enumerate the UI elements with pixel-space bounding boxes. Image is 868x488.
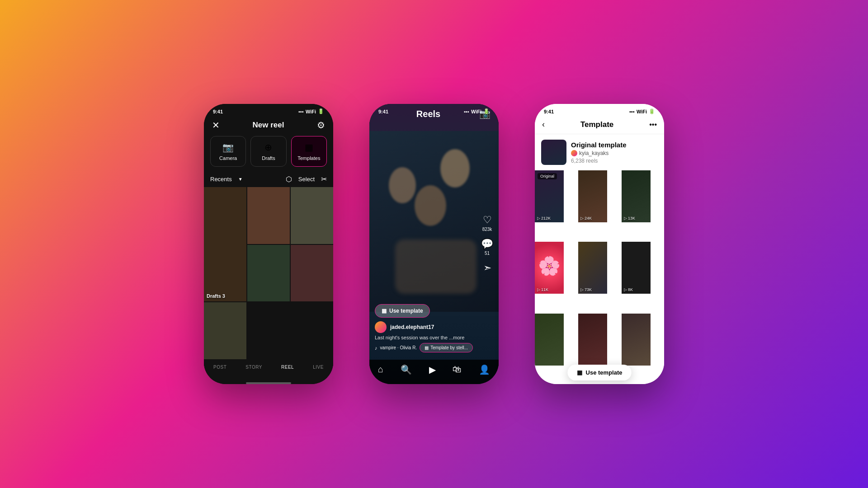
comment-action[interactable]: 💬 51	[481, 238, 493, 256]
photo-cell-6[interactable]	[204, 302, 246, 359]
username[interactable]: jaded.elephant17	[390, 324, 434, 330]
reels-nav-icon[interactable]: ▶	[429, 364, 436, 375]
recents-chevron: ▼	[238, 177, 243, 182]
new-reel-header: ✕ New reel ⚙	[204, 116, 333, 136]
like-action[interactable]: ♡ 823k	[481, 214, 493, 232]
template-username[interactable]: kyia_kayaks	[579, 150, 609, 156]
creation-tabs: 📷 Camera ⊕ Drafts ▦ Templates	[204, 136, 333, 173]
template-cell-3[interactable]: ▷ 13K	[622, 170, 651, 222]
multi-select-icon[interactable]: ⬡	[286, 175, 292, 183]
template-pill-text: Template by stell...	[430, 345, 468, 350]
template-icon: ▦	[382, 308, 387, 314]
template-page-title: Template	[580, 120, 613, 129]
photo-cell-1[interactable]: Drafts 3	[204, 187, 246, 301]
template-metadata: Original template kyia_kayaks 6,238 reel…	[571, 141, 627, 164]
page-title: New reel	[253, 121, 284, 130]
cell-stats-4: ▷ 11K	[537, 287, 548, 292]
template-grid: Original ▷ 212K ▷ 24K ▷ 13K ▷ 11K	[535, 170, 664, 384]
template-cell-8[interactable]	[578, 314, 607, 366]
template-cell-2[interactable]: ▷ 24K	[578, 170, 607, 222]
shop-nav-icon[interactable]: 🛍	[453, 364, 462, 375]
status-time-1: 9:41	[213, 109, 223, 114]
video-actions: ♡ 823k 💬 51 ➣	[481, 214, 493, 274]
original-badge: Original	[538, 173, 557, 179]
template-name: Original template	[571, 141, 627, 149]
template-header: ‹ Template •••	[535, 116, 664, 134]
status-bar-2: 9:41 ▪▪▪ WiFi 🔋	[369, 104, 499, 116]
drafts-label: Drafts 3	[207, 293, 225, 299]
template-cell-original[interactable]: Original ▷ 212K	[535, 170, 564, 222]
bottom-nav-2: ⌂ 🔍 ▶ 🛍 👤	[369, 360, 499, 384]
templates-icon: ▦	[305, 142, 313, 153]
template-pill-icon: ▦	[425, 345, 429, 350]
share-action[interactable]: ➣	[481, 262, 493, 274]
select-button[interactable]: Select	[298, 176, 315, 183]
video-content	[369, 131, 499, 312]
photo-cell-4[interactable]	[247, 245, 290, 302]
reels-count: 6,238 reels	[571, 158, 627, 164]
close-icon[interactable]: ✕	[212, 120, 220, 131]
photo-cell-2[interactable]	[247, 187, 290, 244]
drafts-icon: ⊕	[264, 142, 272, 153]
template-cell-4[interactable]: ▷ 11K 🌸	[535, 242, 564, 294]
camera-tab[interactable]: 📷 Camera	[210, 136, 246, 167]
template-thumbnail	[541, 140, 566, 165]
drafts-tab-label: Drafts	[262, 155, 275, 161]
camera-tab-label: Camera	[219, 155, 237, 161]
photo-cell-5[interactable]	[291, 245, 333, 302]
use-template-button[interactable]: ▦ Use template	[375, 304, 430, 318]
photo-grid: Drafts 3	[204, 187, 333, 359]
trim-icon[interactable]: ✂	[321, 175, 327, 183]
template-user-row: kyia_kayaks	[571, 150, 627, 156]
more-options-icon[interactable]: •••	[649, 121, 657, 129]
drafts-tab[interactable]: ⊕ Drafts	[250, 136, 286, 167]
nav-live[interactable]: LIVE	[313, 365, 324, 370]
video-info: ▦ Use template jaded.elephant17 Last nig…	[369, 304, 499, 352]
status-bar-1: 9:41 ▪▪▪ WiFi 🔋	[204, 104, 333, 116]
template-cell-5[interactable]: ▷ 73K	[578, 242, 607, 294]
template-pill[interactable]: ▦ Template by stell...	[420, 343, 473, 352]
camera-icon: 📷	[222, 142, 234, 153]
nav-reel[interactable]: REEL	[281, 365, 294, 370]
phone-reels-feed: 9:41 ▪▪▪ WiFi 🔋 Reels 📷 ♡ 823k 💬 51	[369, 104, 499, 384]
comment-icon: 💬	[481, 238, 493, 250]
music-row: ♪ vampire · Olivia R. ▦ Template by stel…	[375, 343, 493, 352]
nav-story[interactable]: STORY	[245, 365, 262, 370]
status-time-2: 9:41	[378, 109, 388, 114]
cell-stats-6: ▷ 8K	[624, 287, 633, 292]
back-icon[interactable]: ‹	[542, 120, 545, 129]
photo-cell-3[interactable]	[291, 187, 333, 244]
template-cell-6[interactable]: ▷ 8K	[622, 242, 651, 294]
avatar[interactable]	[375, 321, 387, 333]
music-text: vampire · Olivia R.	[380, 345, 417, 350]
cell-stats-1: ▷ 212K	[537, 216, 551, 221]
recents-dropdown[interactable]: Recents	[210, 176, 232, 183]
template-info: Original template kyia_kayaks 6,238 reel…	[535, 134, 664, 170]
send-icon: ➣	[483, 262, 491, 274]
cell-stats-2: ▷ 24K	[580, 216, 592, 221]
heart-icon: ♡	[483, 214, 492, 226]
template-cell-9[interactable]	[622, 314, 651, 366]
cell-stats-3: ▷ 13K	[624, 216, 635, 221]
caption: Last night's session was over the ...mor…	[375, 335, 493, 340]
comment-count: 51	[485, 251, 490, 256]
status-icons-1: ▪▪▪ WiFi 🔋	[298, 108, 324, 114]
settings-icon[interactable]: ⚙	[317, 120, 325, 131]
phone-template-detail: 9:41 ▪▪▪ WiFi 🔋 ‹ Template ••• Original …	[535, 104, 664, 384]
music-note-icon: ♪	[375, 345, 377, 351]
cell-stats-5: ▷ 73K	[580, 287, 592, 292]
templates-tab[interactable]: ▦ Templates	[291, 136, 327, 167]
status-time-3: 9:41	[544, 109, 554, 114]
template-cell-7[interactable]	[535, 314, 564, 366]
phone-new-reel: 9:41 ▪▪▪ WiFi 🔋 ✕ New reel ⚙ 📷 Camera ⊕ …	[204, 104, 333, 384]
status-bar-3: 9:41 ▪▪▪ WiFi 🔋	[535, 104, 664, 116]
home-indicator-1	[246, 382, 291, 384]
templates-tab-label: Templates	[297, 155, 320, 161]
home-nav-icon[interactable]: ⌂	[378, 364, 383, 375]
use-template-float-icon: ▦	[577, 369, 582, 376]
profile-nav-icon[interactable]: 👤	[479, 364, 490, 375]
search-nav-icon[interactable]: 🔍	[401, 364, 412, 375]
nav-post[interactable]: POST	[213, 365, 226, 370]
like-count: 823k	[482, 227, 492, 232]
use-template-float-button[interactable]: ▦ Use template	[568, 365, 632, 380]
